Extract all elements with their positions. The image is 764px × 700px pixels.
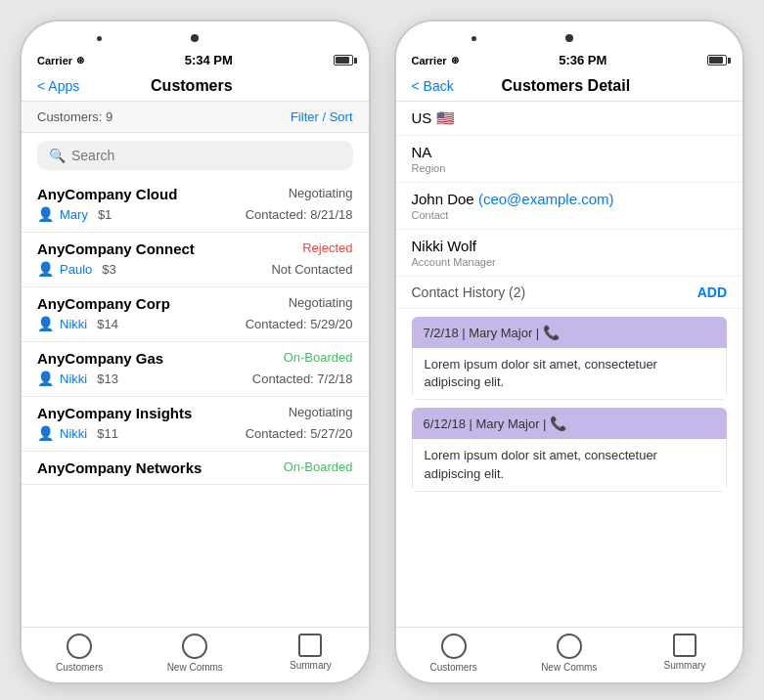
search-wrapper[interactable]: 🔍 (37, 141, 353, 170)
person-icon: 👤 (37, 371, 54, 386)
phone-2: Carrier ⊛ 5:36 PM < Back Customers Detai… (394, 20, 745, 684)
contact-name: Nikki (60, 372, 87, 386)
time-label-1: 5:34 PM (185, 53, 233, 67)
tab-label-customers: Customers (56, 662, 103, 673)
history-body-1: Lorem ipsum dolor sit amet, consectetuer… (412, 348, 728, 400)
contact-date: Contacted: 8/21/18 (246, 207, 353, 222)
person-icon: 👤 (37, 261, 54, 277)
tab-label-customers-2: Customers (429, 662, 476, 673)
wifi-icon-2: ⊛ (451, 55, 459, 66)
status-bar-2: Carrier ⊛ 5:36 PM (396, 49, 743, 71)
tab-newcomms-1[interactable]: New Comms (137, 634, 252, 673)
contact-amount: $14 (97, 317, 118, 331)
contact-date: Contacted: 5/29/20 (246, 317, 353, 331)
tab-customers-2[interactable]: Customers (396, 634, 512, 673)
company-anycompany-networks[interactable]: AnyCompany Networks On-Boarded (22, 452, 369, 485)
contact-date: Contacted: 5/27/20 (246, 426, 353, 441)
contact-value: John Doe (ceo@example.com) (412, 191, 728, 207)
history-header-1: 7/2/18 | Mary Major | 📞 (412, 317, 728, 348)
detail-content: US 🇺🇸 NA Region John Doe (ceo@example.co… (396, 102, 743, 627)
company-status: Rejected (302, 241, 352, 257)
field-contact: John Doe (ceo@example.com) Contact (396, 183, 743, 230)
tab-icon-summary (298, 634, 322, 657)
tab-bar-2: Customers New Comms Summary (396, 627, 743, 682)
tab-icon-summary-2 (673, 634, 697, 657)
region-value: NA (412, 144, 728, 160)
contact-row: 👤 Mary $1 Contacted: 8/21/18 (37, 206, 353, 222)
field-region: NA Region (396, 136, 743, 183)
contact-amount: $1 (98, 207, 112, 222)
account-manager-label: Account Manager (412, 256, 728, 268)
contact-amount: $13 (97, 372, 118, 386)
add-button[interactable]: ADD (697, 284, 727, 300)
phone-1: Carrier ⊛ 5:34 PM < Apps Customers Custo… (20, 20, 371, 684)
history-header-2: 6/12/18 | Mary Major | 📞 (412, 408, 728, 439)
contact-row: 👤 Paulo $3 Not Contacted (37, 261, 353, 277)
company-anycompany-connect[interactable]: AnyCompany Connect Rejected 👤 Paulo $3 N… (22, 233, 369, 287)
tab-newcomms-2[interactable]: New Comms (512, 634, 627, 673)
history-entry-1[interactable]: 7/2/18 | Mary Major | 📞 Lorem ipsum dolo… (412, 317, 728, 400)
tab-icon-newcomms-2 (557, 634, 582, 659)
contact-amount: $3 (102, 262, 115, 277)
company-name: AnyCompany Networks (37, 459, 202, 476)
company-status: On-Boarded (284, 459, 353, 476)
history-date-2: 6/12/18 | Mary Major | (424, 416, 547, 431)
phone-dot-2 (565, 34, 573, 42)
tab-customers-1[interactable]: Customers (22, 634, 137, 673)
contact-row: 👤 Nikki $14 Contacted: 5/29/20 (37, 316, 353, 331)
person-icon: 👤 (37, 206, 54, 222)
history-entry-2[interactable]: 6/12/18 | Mary Major | 📞 Lorem ipsum dol… (412, 408, 728, 491)
back-button-2[interactable]: < Back (412, 78, 454, 94)
contact-name: Paulo (60, 262, 92, 277)
carrier-label: Carrier (37, 55, 72, 66)
contact-name: Nikki (60, 317, 87, 331)
contact-history-label: Contact History (2) (412, 284, 526, 300)
contact-date: Contacted: 7/2/18 (252, 372, 353, 386)
contact-email[interactable]: (ceo@example.com) (478, 191, 614, 207)
tab-icon-customers (67, 634, 92, 659)
time-label-2: 5:36 PM (559, 53, 607, 67)
contact-amount: $11 (97, 426, 118, 441)
phone-icon-2: 📞 (550, 416, 566, 431)
contact-date: Not Contacted (271, 262, 352, 277)
nav-title-2: Customers Detail (454, 77, 678, 95)
contact-row: 👤 Nikki $11 Contacted: 5/27/20 (37, 425, 353, 441)
company-name: AnyCompany Insights (37, 405, 192, 421)
company-anycompany-cloud[interactable]: AnyCompany Cloud Negotiating 👤 Mary $1 C… (22, 178, 369, 233)
tab-icon-customers-2 (441, 634, 467, 659)
tab-label-summary-2: Summary (664, 660, 706, 671)
battery-icon-2 (707, 55, 727, 66)
account-manager-value: Nikki Wolf (412, 238, 728, 254)
phone-dot-small (97, 36, 102, 41)
company-anycompany-insights[interactable]: AnyCompany Insights Negotiating 👤 Nikki … (22, 397, 369, 452)
back-button-1[interactable]: < Apps (37, 78, 79, 94)
company-anycompany-gas[interactable]: AnyCompany Gas On-Boarded 👤 Nikki $13 Co… (22, 342, 369, 397)
company-anycompany-corp[interactable]: AnyCompany Corp Negotiating 👤 Nikki $14 … (22, 287, 369, 342)
tab-bar-1: Customers New Comms Summary (22, 627, 369, 682)
status-bar-1: Carrier ⊛ 5:34 PM (22, 49, 369, 71)
tab-label-newcomms: New Comms (167, 662, 223, 673)
nav-bar-2: < Back Customers Detail (396, 71, 743, 102)
company-status: On-Boarded (284, 350, 353, 367)
company-status: Negotiating (289, 186, 353, 202)
region-label: Region (412, 162, 728, 174)
customers-count: Customers: 9 (37, 109, 112, 124)
history-body-2: Lorem ipsum dolor sit amet, consectetuer… (412, 439, 728, 491)
customers-header: Customers: 9 Filter / Sort (22, 102, 369, 133)
phone-icon-1: 📞 (543, 325, 560, 340)
tab-summary-1[interactable]: Summary (252, 634, 368, 673)
phone-dot-small-2 (472, 36, 476, 41)
filter-sort-button[interactable]: Filter / Sort (291, 109, 353, 124)
company-name: AnyCompany Gas (37, 350, 163, 367)
contact-person-name: John Doe (412, 191, 478, 207)
nav-title-1: Customers (79, 77, 303, 95)
tab-label-newcomms-2: New Comms (541, 662, 597, 673)
tab-summary-2[interactable]: Summary (627, 634, 742, 673)
wifi-icon: ⊛ (76, 55, 84, 66)
contact-label: Contact (412, 209, 728, 221)
content-1: Customers: 9 Filter / Sort 🔍 AnyCompany … (22, 102, 369, 627)
search-bar: 🔍 (22, 133, 369, 178)
company-name: AnyCompany Corp (37, 295, 170, 312)
history-date-1: 7/2/18 | Mary Major | (424, 326, 540, 340)
search-input[interactable] (71, 148, 341, 163)
